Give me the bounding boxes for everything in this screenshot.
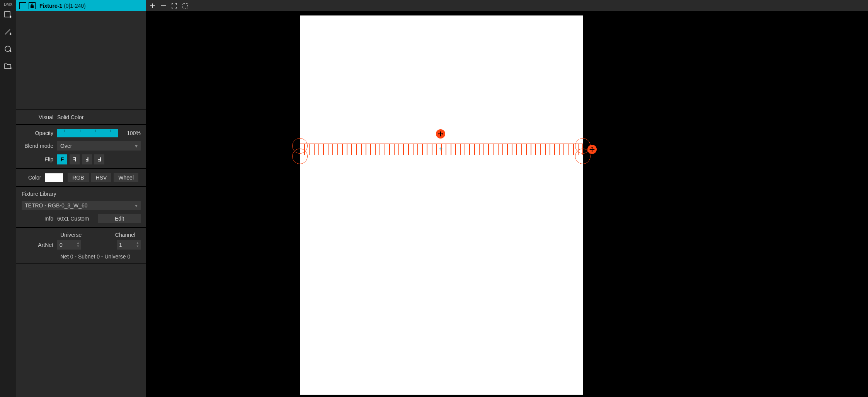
fixture-cell[interactable] [361, 144, 366, 155]
library-dropdown[interactable]: TETRO - RGB-0_3_W_60 ▾ [22, 201, 141, 210]
fixture-cell[interactable] [540, 144, 545, 155]
fixture-cell[interactable] [451, 144, 456, 155]
fixture-cell[interactable] [493, 144, 498, 155]
flip-h-button[interactable]: ꟻ [70, 154, 80, 164]
fixture-cell[interactable] [380, 144, 385, 155]
fixture-cell[interactable] [569, 144, 574, 155]
fixture-cell[interactable] [503, 144, 507, 155]
fixture-subtitle: (0|1-240) [64, 3, 86, 9]
zoom-out-icon[interactable] [160, 2, 167, 9]
fixture-cell[interactable] [484, 144, 488, 155]
fixture-cell[interactable] [536, 144, 540, 155]
properties-panel: Fixture-1 (0|1-240) Visual Solid Color O… [16, 0, 146, 397]
fixture-cell[interactable] [507, 144, 512, 155]
flip-none-button[interactable]: F [57, 154, 67, 164]
fixture-cell[interactable] [517, 144, 521, 155]
fixture-cell[interactable] [356, 144, 361, 155]
flip-group: F ꟻ Ⅎ ᖵ [57, 154, 104, 164]
fixture-title: Fixture-1 [39, 3, 62, 9]
universe-header: Universe [60, 232, 82, 238]
lock-icon[interactable] [29, 2, 36, 9]
artnet-label: ArtNet [22, 242, 57, 248]
blend-dropdown[interactable]: Over ▾ [57, 141, 141, 151]
fixture-cell[interactable] [319, 144, 323, 155]
fixture-cell[interactable] [366, 144, 371, 155]
fixture-cell[interactable] [564, 144, 568, 155]
panel-header[interactable]: Fixture-1 (0|1-240) [16, 0, 146, 11]
fixture-cell[interactable] [338, 144, 342, 155]
fixture-cell[interactable] [323, 144, 328, 155]
center-cross-icon: + [439, 145, 443, 152]
stage-wrap[interactable]: + [146, 11, 868, 397]
fixture-cell[interactable] [526, 144, 531, 155]
fixture-cell[interactable] [550, 144, 555, 155]
fixture-cell[interactable] [390, 144, 394, 155]
fixture-cell[interactable] [413, 144, 418, 155]
selection-bounds-icon[interactable] [182, 2, 189, 9]
opacity-label: Opacity [22, 130, 57, 136]
fixture-cell[interactable] [328, 144, 333, 155]
canvas-area: + [146, 0, 868, 397]
fixture-cell[interactable] [394, 144, 399, 155]
left-toolbar: DMX + + + + [0, 0, 16, 397]
fixture-cell[interactable] [512, 144, 517, 155]
fixture-cell[interactable] [555, 144, 559, 155]
fixture-cell[interactable] [456, 144, 460, 155]
svg-text:+: + [9, 48, 12, 53]
fixture-cell[interactable] [475, 144, 479, 155]
fixture-cell[interactable] [522, 144, 526, 155]
fixture-cell[interactable] [371, 144, 375, 155]
fixture-cell[interactable] [314, 144, 319, 155]
tool-add-rect[interactable]: + [2, 9, 14, 21]
move-handle[interactable] [436, 129, 445, 139]
fixture-cell[interactable] [385, 144, 390, 155]
fixture-cell[interactable] [408, 144, 413, 155]
fixture-cell[interactable] [352, 144, 356, 155]
rotate-handle[interactable] [587, 145, 597, 154]
fixture-cell[interactable] [347, 144, 352, 155]
fixture-cell[interactable] [309, 144, 314, 155]
fixture-cell[interactable] [465, 144, 470, 155]
color-tab-rgb[interactable]: RGB [68, 173, 89, 182]
fixture-cell[interactable] [427, 144, 432, 155]
fixture-cell[interactable] [403, 144, 408, 155]
fixture-cell[interactable] [333, 144, 337, 155]
visibility-box-icon[interactable] [19, 2, 26, 9]
edit-button[interactable]: Edit [98, 214, 141, 223]
dmx-section: Universe Channel ArtNet 0 ▲▼ 1 ▲▼ Net 0 … [16, 228, 146, 264]
flip-v-button[interactable]: Ⅎ [82, 154, 92, 164]
universe-input[interactable]: 0 ▲▼ [57, 240, 81, 250]
zoom-in-icon[interactable] [149, 2, 156, 9]
fixture-cell[interactable] [559, 144, 564, 155]
channel-header: Channel [115, 232, 135, 238]
fixture-cell[interactable] [446, 144, 451, 155]
color-tab-wheel[interactable]: Wheel [114, 173, 138, 182]
fit-screen-icon[interactable] [171, 2, 178, 9]
spinner-icon: ▲▼ [136, 241, 139, 248]
tool-add-line[interactable]: + [2, 26, 14, 38]
color-swatch[interactable] [45, 173, 63, 182]
info-value: 60x1 Custom [57, 216, 98, 222]
fixture-cell[interactable] [399, 144, 403, 155]
tool-add-folder[interactable]: + [2, 60, 14, 72]
opacity-slider[interactable] [57, 129, 118, 137]
fixture-cell[interactable] [488, 144, 493, 155]
canvas-toolbar [146, 0, 868, 11]
fixture-cell[interactable] [432, 144, 437, 155]
fixture-cell[interactable] [470, 144, 474, 155]
handle-bottom-left[interactable] [292, 149, 308, 164]
color-tab-hsv[interactable]: HSV [91, 173, 112, 182]
fixture-cell[interactable] [342, 144, 347, 155]
fixture-cell[interactable] [375, 144, 380, 155]
tool-add-circle[interactable]: + [2, 43, 14, 55]
stage-canvas[interactable]: + [300, 15, 583, 395]
fixture-cell[interactable] [422, 144, 427, 155]
fixture-cell[interactable] [545, 144, 550, 155]
flip-hv-button[interactable]: ᖵ [94, 154, 104, 164]
fixture-cell[interactable] [418, 144, 422, 155]
fixture-cell[interactable] [498, 144, 503, 155]
fixture-cell[interactable] [531, 144, 536, 155]
channel-input[interactable]: 1 ▲▼ [117, 240, 141, 250]
fixture-cell[interactable] [479, 144, 484, 155]
fixture-cell[interactable] [460, 144, 465, 155]
